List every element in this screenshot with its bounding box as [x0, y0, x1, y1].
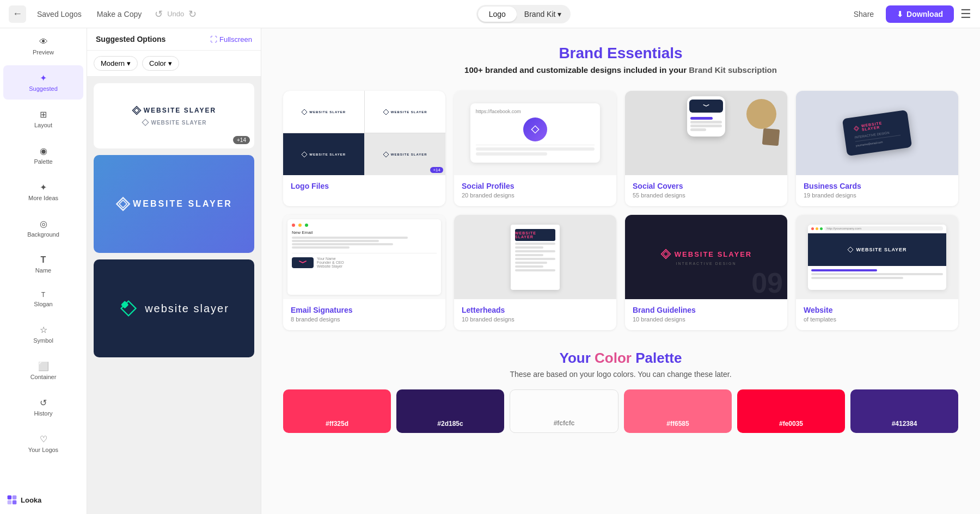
- design-card-social-profiles[interactable]: https://facebook.com Social Profiles 20 …: [454, 91, 616, 206]
- email-signatures-info: Email Signatures 8 branded designs: [283, 299, 445, 330]
- sidebar-item-your-logos[interactable]: ♡ Your Logos: [3, 426, 83, 461]
- svg-rect-3: [13, 500, 17, 505]
- logo-variant-blue: WEBSITE SLAYER: [115, 196, 232, 212]
- looka-brand: Looka: [0, 486, 87, 514]
- fb-diamond: [531, 125, 540, 134]
- lf-diamond-2: [383, 109, 389, 115]
- logo-variant-white-secondary: WEBSITE SLAYER: [142, 119, 207, 126]
- diamond-logo-icon-white-sm: [142, 119, 149, 126]
- lf-diamond-3: [301, 151, 308, 158]
- brand-guide-icon: [660, 249, 671, 259]
- tab-brand-kit[interactable]: Brand Kit ▾: [517, 7, 569, 22]
- business-cards-preview: WEBSITE SLAYER INTERACTIVE DESIGN yourna…: [796, 91, 958, 175]
- back-button[interactable]: ←: [9, 5, 26, 23]
- biz-card-preview: WEBSITE SLAYER INTERACTIVE DESIGN yourna…: [842, 110, 912, 156]
- canvas-logos-list: WEBSITE SLAYER WEBSITE SLAYER +14: [87, 77, 261, 514]
- more-ideas-icon: ✦: [40, 182, 47, 193]
- download-button[interactable]: ⬇ Download: [886, 5, 954, 23]
- sidebar-item-history[interactable]: ↺ History: [3, 390, 83, 424]
- swatch-2[interactable]: #fcfcfc: [510, 389, 618, 433]
- share-button[interactable]: Share: [848, 8, 879, 21]
- canvas-area: Suggested Options ⛶ Fullscreen Modern ▾ …: [87, 28, 261, 514]
- business-cards-info: Business Cards 19 branded designs: [796, 175, 958, 206]
- brand-essentials-title: Brand Essentials: [283, 45, 958, 62]
- make-copy-button[interactable]: Make a Copy: [93, 8, 146, 21]
- swatch-0[interactable]: #ff325d: [283, 389, 391, 433]
- website-info: Website of templates: [796, 299, 958, 330]
- canvas-title: Suggested Options: [96, 35, 166, 44]
- design-card-brand-guidelines[interactable]: WEBSITE SLAYER INTERACTIVE DESIGN 09 Bra…: [625, 215, 787, 330]
- sidebar-item-palette[interactable]: ◉ Palette: [3, 138, 83, 172]
- facebook-mock: https://facebook.com: [470, 103, 600, 163]
- lf-diamond-4: [383, 151, 389, 158]
- website-preview: http://yourcompany.com WEBSITE SLAYER: [796, 215, 958, 299]
- logo-preview-dark[interactable]: website slayer: [94, 259, 254, 357]
- design-card-email-signatures[interactable]: New Email Your Name: [283, 215, 445, 330]
- brand-guidelines-preview: WEBSITE SLAYER INTERACTIVE DESIGN 09: [625, 215, 787, 299]
- sidebar-item-background[interactable]: ◎ Background: [3, 211, 83, 245]
- design-card-letterheads[interactable]: WEBSITE SLAYER: [454, 215, 616, 330]
- undo-redo-group: ↺ Undo ↻: [152, 6, 199, 22]
- tab-group: Logo Brand Kit ▾: [476, 5, 571, 23]
- style-filter[interactable]: Modern ▾: [94, 56, 138, 71]
- design-card-website[interactable]: http://yourcompany.com WEBSITE SLAYER: [796, 215, 958, 330]
- swatch-1[interactable]: #2d185c: [396, 389, 504, 433]
- container-icon: ⬜: [38, 361, 49, 371]
- letterhead-paper: WEBSITE SLAYER: [511, 225, 560, 290]
- logo-preview-white[interactable]: WEBSITE SLAYER WEBSITE SLAYER +14: [94, 83, 254, 148]
- sidebar-item-layout[interactable]: ⊞ Layout: [3, 102, 83, 136]
- sidebar: 👁 Preview ✦ Suggested ⊞ Layout ◉ Palette…: [0, 28, 87, 514]
- design-card-logo-files[interactable]: WEBSITE SLAYER WEBSITE SLAYER: [283, 91, 445, 206]
- design-card-business-cards[interactable]: WEBSITE SLAYER INTERACTIVE DESIGN yourna…: [796, 91, 958, 206]
- sidebar-item-suggested[interactable]: ✦ Suggested: [3, 65, 83, 100]
- social-covers-preview: [625, 91, 787, 175]
- diamond-logo-icon-white: [132, 106, 142, 115]
- social-covers-info: Social Covers 55 branded designs: [625, 175, 787, 206]
- lf-cell-1: WEBSITE SLAYER: [283, 91, 364, 133]
- letterheads-preview: WEBSITE SLAYER: [454, 215, 616, 299]
- email-signatures-preview: New Email Your Name: [283, 215, 445, 299]
- slogan-icon: T: [41, 291, 45, 299]
- topbar: ← Saved Logos Make a Copy ↺ Undo ↻ Logo …: [0, 0, 980, 28]
- tab-logo[interactable]: Logo: [478, 7, 517, 22]
- undo-label: Undo: [167, 10, 184, 18]
- filter-row: Modern ▾ Color ▾: [87, 51, 261, 77]
- design-card-social-covers[interactable]: Social Covers 55 branded designs: [625, 91, 787, 206]
- background-icon: ◎: [40, 219, 47, 229]
- fullscreen-button[interactable]: ⛶ Fullscreen: [210, 35, 252, 44]
- topbar-right: Share ⬇ Download ☰: [848, 5, 971, 23]
- swatch-3[interactable]: #ff6585: [624, 389, 732, 433]
- logo-preview-blue[interactable]: WEBSITE SLAYER: [94, 155, 254, 253]
- sidebar-item-symbol[interactable]: ☆ Symbol: [3, 317, 83, 351]
- sidebar-item-container[interactable]: ⬜ Container: [3, 354, 83, 388]
- menu-button[interactable]: ☰: [960, 7, 971, 21]
- sidebar-item-preview[interactable]: 👁 Preview: [3, 29, 83, 63]
- sidebar-item-slogan[interactable]: T Slogan: [3, 283, 83, 315]
- canvas-toolbar: Suggested Options ⛶ Fullscreen: [87, 28, 261, 51]
- plus-badge: +14: [233, 136, 250, 144]
- swatch-5[interactable]: #412384: [850, 389, 958, 433]
- diamond-logo-icon-blue: [115, 196, 131, 212]
- email-sig-logo: [292, 257, 314, 268]
- color-filter[interactable]: Color ▾: [142, 56, 179, 71]
- color-swatches: #ff325d #2d185c #fcfcfc #ff6585 #fe0035 …: [283, 389, 958, 433]
- lf-diamond-1: [301, 109, 308, 115]
- sidebar-item-more-ideas[interactable]: ✦ More Ideas: [3, 175, 83, 209]
- lf-cell-3: WEBSITE SLAYER: [283, 133, 364, 175]
- logo-variant-dark: website slayer: [119, 299, 229, 318]
- history-icon: ↺: [40, 398, 47, 408]
- logo-variant-white-main: WEBSITE SLAYER: [132, 106, 217, 115]
- palette-icon: ◉: [40, 146, 47, 156]
- brand-guide-number: 09: [751, 269, 783, 297]
- saved-logos-button[interactable]: Saved Logos: [33, 8, 86, 21]
- brand-essentials-subtitle: 100+ branded and customizable designs in…: [283, 65, 958, 75]
- download-icon: ⬇: [897, 10, 903, 18]
- undo-button[interactable]: ↺: [152, 6, 165, 22]
- biz-card-icon: [853, 125, 860, 132]
- your-logos-icon: ♡: [40, 434, 47, 444]
- swatch-4[interactable]: #fe0035: [737, 389, 845, 433]
- sidebar-item-name[interactable]: T Name: [3, 247, 83, 281]
- looka-logo-icon: [7, 494, 17, 505]
- topbar-center: Logo Brand Kit ▾: [205, 5, 841, 23]
- redo-button[interactable]: ↻: [186, 6, 199, 22]
